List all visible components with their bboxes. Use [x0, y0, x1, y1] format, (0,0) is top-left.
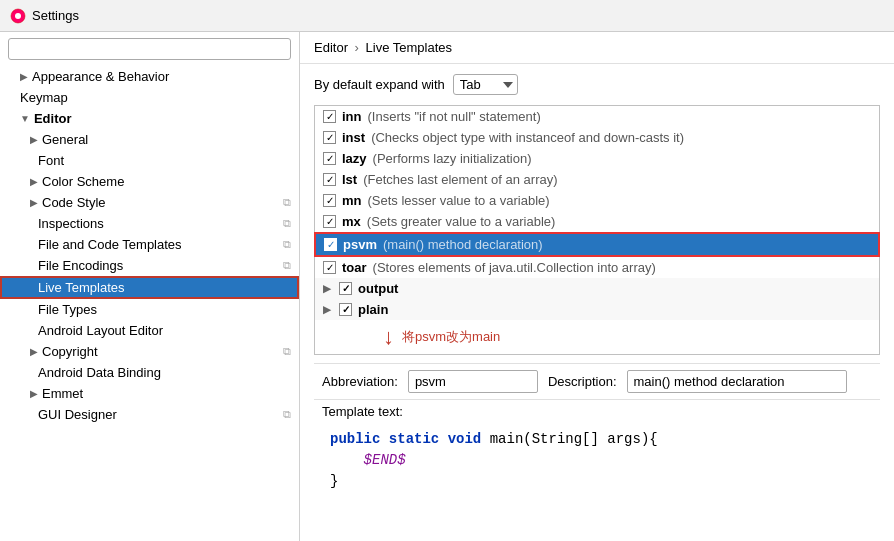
- template-name: lazy: [342, 151, 367, 166]
- breadcrumb-parent: Editor: [314, 40, 348, 55]
- sidebar-item-appearance[interactable]: ▶ Appearance & Behavior: [0, 66, 299, 87]
- copy-icon: ⧉: [283, 259, 291, 272]
- template-item-plain[interactable]: ▶ ✓ plain: [315, 299, 879, 320]
- checkbox-output[interactable]: ✓: [339, 282, 352, 295]
- checkbox-psvm[interactable]: ✓: [324, 238, 337, 251]
- chevron-right-icon: ▶: [30, 346, 38, 357]
- abbreviation-input[interactable]: [408, 370, 538, 393]
- panel-content: By default expand with Tab Enter Space ✓…: [300, 64, 894, 508]
- template-item-lazy[interactable]: ✓ lazy (Performs lazy initialization): [315, 148, 879, 169]
- main-content: ▶ Appearance & Behavior Keymap ▼ Editor …: [0, 32, 894, 541]
- breadcrumb: Editor › Live Templates: [300, 32, 894, 64]
- description-input[interactable]: [627, 370, 847, 393]
- sidebar-item-label: Inspections: [38, 216, 104, 231]
- sidebar-item-label: Color Scheme: [42, 174, 124, 189]
- template-name: plain: [358, 302, 388, 317]
- sidebar-item-file-types[interactable]: File Types: [0, 299, 299, 320]
- copy-icon: ⧉: [283, 408, 291, 421]
- sidebar-item-font[interactable]: Font: [0, 150, 299, 171]
- sidebar-item-file-code-templates[interactable]: File and Code Templates ⧉: [0, 234, 299, 255]
- template-item-lst[interactable]: ✓ lst (Fetches last element of an array): [315, 169, 879, 190]
- template-name: lst: [342, 172, 357, 187]
- sidebar-item-color-scheme[interactable]: ▶ Color Scheme: [0, 171, 299, 192]
- sidebar-item-emmet[interactable]: ▶ Emmet: [0, 383, 299, 404]
- template-text-label: Template text:: [322, 404, 872, 419]
- sidebar-item-label: Copyright: [42, 344, 98, 359]
- template-desc: (Stores elements of java.util.Collection…: [373, 260, 656, 275]
- chevron-right-icon: ▶: [30, 134, 38, 145]
- checkbox-mx[interactable]: ✓: [323, 215, 336, 228]
- abbreviation-label: Abbreviation:: [322, 374, 398, 389]
- sidebar-item-label: File Types: [38, 302, 97, 317]
- breadcrumb-separator: ›: [355, 40, 359, 55]
- title-bar: Settings: [0, 0, 894, 32]
- code-block[interactable]: public static void main(String[] args){ …: [322, 423, 872, 498]
- sidebar-item-label: Android Data Binding: [38, 365, 161, 380]
- sidebar-item-code-style[interactable]: ▶ Code Style ⧉: [0, 192, 299, 213]
- template-name: output: [358, 281, 398, 296]
- template-desc: (Sets lesser value to a variable): [368, 193, 550, 208]
- sidebar-item-gui-designer[interactable]: GUI Designer ⧉: [0, 404, 299, 425]
- sidebar-item-label: File Encodings: [38, 258, 123, 273]
- right-panel: Editor › Live Templates By default expan…: [300, 32, 894, 541]
- search-input[interactable]: [8, 38, 291, 60]
- chevron-right-icon: ▶: [30, 197, 38, 208]
- template-item-mx[interactable]: ✓ mx (Sets greater value to a variable): [315, 211, 879, 232]
- svg-point-1: [15, 13, 21, 19]
- template-name: mn: [342, 193, 362, 208]
- sidebar-item-label: Appearance & Behavior: [32, 69, 169, 84]
- sidebar-item-keymap[interactable]: Keymap: [0, 87, 299, 108]
- sidebar-item-label: Android Layout Editor: [38, 323, 163, 338]
- template-desc: (Performs lazy initialization): [373, 151, 532, 166]
- checkbox-toar[interactable]: ✓: [323, 261, 336, 274]
- sidebar-item-label: Code Style: [42, 195, 106, 210]
- sidebar-item-android-layout[interactable]: Android Layout Editor: [0, 320, 299, 341]
- app-icon: [10, 8, 26, 24]
- settings-icon: ⧉: [283, 196, 291, 209]
- annotation-row: ↓ 将psvm改为main: [315, 320, 879, 354]
- keyword-public: public: [330, 431, 380, 447]
- checkbox-lst[interactable]: ✓: [323, 173, 336, 186]
- template-item-inst[interactable]: ✓ inst (Checks object type with instance…: [315, 127, 879, 148]
- end-token: $END$: [364, 452, 406, 468]
- sidebar-item-general[interactable]: ▶ General: [0, 129, 299, 150]
- code-line-3: }: [330, 471, 864, 492]
- sidebar-item-android-data-binding[interactable]: Android Data Binding: [0, 362, 299, 383]
- template-text-section: Template text: public static void main(S…: [314, 399, 880, 498]
- sidebar-item-editor[interactable]: ▼ Editor: [0, 108, 299, 129]
- sidebar-item-label: Editor: [34, 111, 72, 126]
- sidebar-item-label: Emmet: [42, 386, 83, 401]
- template-list: ✓ inn (Inserts "if not null" statement) …: [314, 105, 880, 355]
- sidebar-item-label: General: [42, 132, 88, 147]
- copy-icon: ⧉: [283, 345, 291, 358]
- checkbox-mn[interactable]: ✓: [323, 194, 336, 207]
- expand-row: By default expand with Tab Enter Space: [314, 74, 880, 95]
- template-desc: (Fetches last element of an array): [363, 172, 557, 187]
- sidebar-item-label: Live Templates: [38, 280, 124, 295]
- checkbox-inn[interactable]: ✓: [323, 110, 336, 123]
- template-item-output[interactable]: ▶ ✓ output: [315, 278, 879, 299]
- checkbox-plain[interactable]: ✓: [339, 303, 352, 316]
- sidebar-item-inspections[interactable]: Inspections ⧉: [0, 213, 299, 234]
- checkbox-lazy[interactable]: ✓: [323, 152, 336, 165]
- checkbox-inst[interactable]: ✓: [323, 131, 336, 144]
- chevron-right-icon: ▶: [323, 304, 331, 315]
- template-item-toar[interactable]: ✓ toar (Stores elements of java.util.Col…: [315, 257, 879, 278]
- template-name: inst: [342, 130, 365, 145]
- sidebar: ▶ Appearance & Behavior Keymap ▼ Editor …: [0, 32, 300, 541]
- template-name: toar: [342, 260, 367, 275]
- sidebar-item-label: GUI Designer: [38, 407, 117, 422]
- sidebar-item-file-encodings[interactable]: File Encodings ⧉: [0, 255, 299, 276]
- chevron-right-icon: ▶: [30, 176, 38, 187]
- expand-select[interactable]: Tab Enter Space: [453, 74, 518, 95]
- copy-icon: ⧉: [283, 238, 291, 251]
- expand-label: By default expand with: [314, 77, 445, 92]
- sidebar-item-live-templates[interactable]: Live Templates: [0, 276, 299, 299]
- template-desc: (Checks object type with instanceof and …: [371, 130, 684, 145]
- sidebar-item-copyright[interactable]: ▶ Copyright ⧉: [0, 341, 299, 362]
- template-item-inn[interactable]: ✓ inn (Inserts "if not null" statement): [315, 106, 879, 127]
- template-item-psvm[interactable]: ✓ psvm (main() method declaration): [316, 234, 878, 255]
- template-item-mn[interactable]: ✓ mn (Sets lesser value to a variable): [315, 190, 879, 211]
- template-name: psvm: [343, 237, 377, 252]
- keyword-void: void: [448, 431, 482, 447]
